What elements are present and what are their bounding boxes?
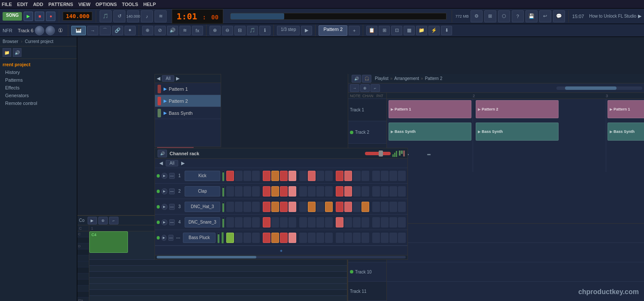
pad-1-3[interactable] [243,171,251,181]
rack-nav-left[interactable]: ◀ [158,160,164,166]
audio-icon-btn[interactable]: 🔊 [13,48,21,57]
zoom-fit-btn[interactable]: ⊟ [234,26,246,35]
pattern-item-2[interactable]: ▶ Pattern 2 [155,95,221,107]
bass-pluck-vol-bar[interactable] [222,232,224,243]
pad-1-1[interactable] [226,171,234,181]
sidebar-item-effects[interactable]: Effects [3,84,74,92]
pad-4-2[interactable] [235,217,243,227]
pad-1-12[interactable] [325,171,333,181]
add-pattern-btn[interactable]: + [349,26,360,35]
ch-led-5[interactable] [157,236,160,240]
ch-vol-5[interactable] [217,232,219,243]
pl-headphone-icon[interactable]: 🎧 [362,75,371,83]
pattern-item-3[interactable]: ▶ Bass Synth [155,107,221,119]
pad-2-6[interactable] [271,186,279,197]
step-size-btn[interactable]: 1/3 step [277,26,300,35]
block-t1-p3[interactable]: ▶ Pattern 1 [608,100,644,118]
pad-4-13[interactable] [336,217,343,227]
pad-3-10[interactable] [308,202,316,212]
counter-btn[interactable]: 140.000 [127,10,139,22]
block-t2-p3[interactable]: ▶ Bass Synth [608,123,644,141]
pad-5-1[interactable] [226,233,234,243]
rack-nav-right[interactable]: ▶ [179,160,186,166]
pattern-item-1[interactable]: ▶ Pattern 1 [155,83,221,95]
pad-3-15[interactable] [353,202,361,212]
browser-icon-btn[interactable]: 📁 [416,26,427,35]
bpm-display[interactable]: 140.000 [63,12,92,21]
perf-btn[interactable]: ▦ [404,26,415,35]
pad-1-2[interactable] [235,171,243,181]
snap-toggle-btn[interactable]: ⊕ [142,26,153,35]
pad-3-13[interactable] [336,202,343,212]
ch-minus-1[interactable]: — [169,173,175,179]
pad-5-9[interactable] [299,233,307,243]
rack-scrollbar[interactable] [155,255,407,259]
vol-btn[interactable]: 🔊 [167,26,178,35]
pad-1-5[interactable] [263,171,270,181]
ch-vol-1[interactable] [222,170,225,181]
ch-name-btn-2[interactable]: Clap [185,186,221,197]
track-row-10[interactable]: Track 10 [348,262,386,282]
pad-2-3[interactable] [243,186,251,197]
ch-name-btn-4[interactable]: DNC_Snare_3 [185,217,221,227]
undo-icon-btn[interactable]: ↩ [539,10,551,22]
pad-5-4[interactable] [252,233,260,243]
step-forward-btn[interactable]: ▶ [301,26,312,35]
pl-center-icon[interactable]: ⊕ [360,84,370,92]
pad-1-4[interactable] [252,171,260,181]
expand-hint-btn[interactable]: ▶ [638,13,641,19]
chord-btn[interactable]: ≋ [179,26,191,35]
zoom-in-btn[interactable]: ⊕ [210,26,221,35]
pad-4-18[interactable] [381,217,389,227]
menu-view[interactable]: VIEW [78,2,90,7]
song-mode-button[interactable]: SONG [3,12,22,21]
rack-all-btn[interactable]: All [166,160,178,166]
pl-audio-icon[interactable]: 🔊 [352,75,361,83]
pad-3-2[interactable] [235,202,243,212]
pad-1-6[interactable] [271,171,279,181]
patterns-next-btn[interactable]: ▶ [176,76,179,81]
eq-icon-btn[interactable]: ≋ [155,10,167,22]
pad-1-10[interactable] [308,171,316,181]
piano-icon-btn[interactable]: ♪ [141,10,153,22]
block-t2-p2[interactable]: ▶ Bass Synth [476,123,559,141]
pad-4-19[interactable] [389,217,397,227]
pad-5-15[interactable] [353,233,361,243]
pad-2-14[interactable] [344,186,352,197]
curve-btn[interactable]: ⌒ [100,26,111,35]
project-title[interactable]: rrent project [3,61,74,68]
pad-5-17[interactable] [372,233,380,243]
pad-2-11[interactable] [316,186,324,197]
pad-4-5[interactable] [263,217,270,227]
menu-options[interactable]: OPTIONS [96,2,117,7]
magnet-btn[interactable]: ⊘ [155,26,166,35]
pad-2-7[interactable] [280,186,288,197]
pad-2-18[interactable] [381,186,389,197]
menu-edit[interactable]: EDIT [17,2,28,7]
loop-btn[interactable]: ↺ [113,10,125,22]
pad-4-9[interactable] [299,217,307,227]
pad-5-16[interactable] [361,233,369,243]
pad-4-8[interactable] [289,217,296,227]
pad-2-20[interactable] [398,186,406,197]
pad-2-10[interactable] [308,186,316,197]
arrow-right-btn[interactable]: → [87,26,98,35]
pad-4-20[interactable] [398,217,406,227]
pad-4-7[interactable] [280,217,288,227]
fx-btn[interactable]: fx [192,26,203,35]
pad-5-6[interactable] [271,233,279,243]
rack-add-row[interactable]: + [155,246,407,255]
pad-5-5[interactable] [263,233,270,243]
help-icon-btn[interactable]: ? [512,10,524,22]
patterns-all-btn[interactable]: All [162,75,174,82]
playlist-icon-btn[interactable]: 📋 [366,26,377,35]
track-row-2[interactable]: Track 2 [348,121,386,144]
piano-header-btn1[interactable]: ▶ [88,217,97,224]
ch-btn-1a[interactable]: ▶ [161,173,167,179]
pad-2-19[interactable] [389,186,397,197]
pad-4-16[interactable] [361,217,369,227]
sidebar-item-patterns[interactable]: Patterns [3,76,74,84]
pad-3-3[interactable] [243,202,251,212]
pad-2-12[interactable] [325,186,333,197]
block-t1-p2[interactable]: ▶ Pattern 2 [476,100,559,118]
